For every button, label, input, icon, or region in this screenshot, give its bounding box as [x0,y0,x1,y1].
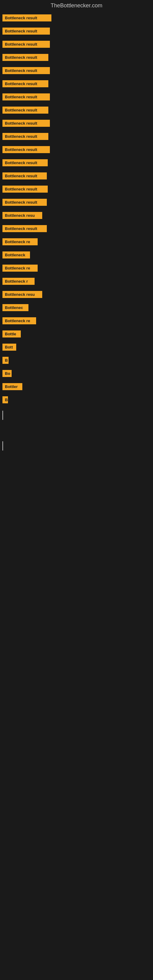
bottleneck-row: Bottleneck re [0,263,153,275]
bottleneck-row: Bottleneck result [0,131,153,143]
bottleneck-row: Bottleneck result [0,52,153,64]
bottleneck-bar: Bottleneck re [2,238,38,245]
bottleneck-bar: Bottleneck result [2,133,48,140]
bottleneck-bar: Bottler [2,383,22,390]
bottleneck-bar: Bottleneck result [2,54,48,61]
bottleneck-bar: Bottleneck re [2,317,36,324]
bottleneck-bar: Bottleneck resu [2,212,42,219]
bottleneck-row: Bottleneck re [0,315,153,328]
bottleneck-bar: Bottleneck result [2,41,50,48]
bottleneck-bar: Bottleneck result [2,27,50,35]
bottleneck-row: Bottleneck result [0,92,153,103]
bottleneck-row: Bottleneck result [0,184,153,196]
cursor-indicator-2 [2,441,3,450]
bottleneck-row: Bottleneck r [0,276,153,288]
bottleneck-row: Bottleneck [0,250,153,261]
bottleneck-row: Bottlenec [0,302,153,314]
bottleneck-bar: B [2,396,8,403]
bottleneck-bar: Bottleneck result [2,14,51,21]
bottleneck-row: Bottleneck resu [0,289,153,301]
bottleneck-bar: Bottleneck result [2,94,50,100]
bottleneck-row: B [0,395,153,406]
bottleneck-bar: Bott [2,344,16,351]
bottleneck-bar: Bottleneck result [2,146,50,153]
bottleneck-row: Bottleneck result [0,105,153,117]
bottleneck-row: Bottleneck resu [0,210,153,222]
bottleneck-row: Bottler [0,381,153,393]
cursor-indicator [2,411,3,420]
bottleneck-bar: Bottleneck re [2,265,38,272]
bottleneck-row: Bottleneck result [0,144,153,156]
bottleneck-bar: Bottleneck result [2,107,48,114]
bottleneck-row: Bottleneck result [0,170,153,183]
bottleneck-row: Bottleneck result [0,197,153,209]
bottleneck-bar: Bottleneck result [2,120,50,127]
bars-container: Bottleneck resultBottleneck resultBottle… [0,13,153,406]
bottleneck-row: Bottleneck result [0,26,153,38]
bottleneck-bar: Bottleneck result [2,67,50,74]
bottleneck-row: B [0,355,153,367]
bottleneck-row: Bottleneck result [0,13,153,24]
bottleneck-bar: Bottlenec [2,304,29,311]
bottleneck-bar: Bottleneck result [2,225,47,232]
bottleneck-bar: Bottleneck resu [2,291,42,298]
bottleneck-row: Bottleneck result [0,118,153,130]
bottleneck-row: Bottleneck result [0,158,153,169]
bottleneck-bar: Bottleneck r [2,278,35,285]
bottleneck-row: Bottleneck result [0,39,153,51]
bottleneck-row: Bottleneck result [0,223,153,235]
bottleneck-bar: Bottleneck result [2,199,47,206]
bottleneck-bar: Bottleneck result [2,80,48,87]
bottleneck-bar: Bottle [2,331,21,337]
bottleneck-bar: Bottleneck result [2,159,48,166]
bottleneck-row: Bo [0,368,153,380]
bottleneck-row: Bottleneck re [0,236,153,248]
bottleneck-row: Bottle [0,329,153,340]
bottleneck-bar: Bottleneck result [2,172,47,180]
bottleneck-row: Bottleneck result [0,65,153,77]
bottleneck-bar: B [2,357,9,364]
bottleneck-row: Bott [0,342,153,354]
bottleneck-bar: Bo [2,370,12,377]
bottleneck-row: Bottleneck result [0,78,153,90]
bottleneck-bar: Bottleneck result [2,186,48,192]
site-title: TheBottlenecker.com [0,0,153,11]
bottleneck-bar: Bottleneck [2,251,30,258]
